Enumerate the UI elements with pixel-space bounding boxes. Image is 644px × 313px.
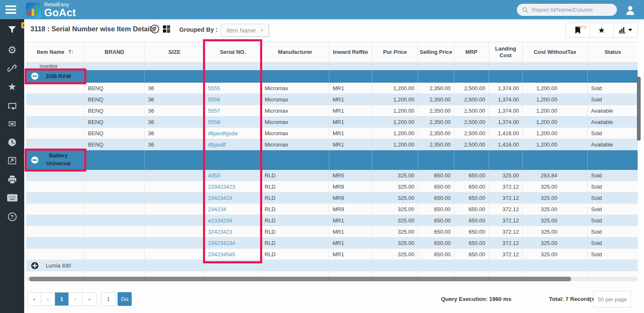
help-icon[interactable]: ?: [0, 212, 24, 221]
favorites-star-icon[interactable]: ★: [0, 82, 24, 92]
cell-pur: 1,200.00: [372, 83, 418, 94]
serial-number-link[interactable]: 234234234: [208, 240, 235, 246]
horizontal-scrollbar[interactable]: [29, 277, 571, 281]
vertical-scrollbar[interactable]: [637, 77, 641, 141]
column-header-status[interactable]: Status: [588, 42, 638, 63]
go-button[interactable]: Go: [118, 292, 132, 306]
link-icon[interactable]: [0, 64, 24, 73]
table-row: 23423423RLDMR9325.00650.00650.00372.1232…: [26, 192, 638, 204]
cell-brand: [85, 215, 145, 226]
serial-number-link[interactable]: dfgasdf: [208, 141, 226, 148]
horizontal-scrollbar-track: [26, 277, 638, 281]
page-prev-button[interactable]: ‹: [41, 293, 55, 305]
cell-landing: 372.12: [489, 215, 523, 226]
new-badge: New: [578, 24, 587, 29]
cell-inward: MR1: [329, 215, 372, 226]
group-header-row[interactable]: Battery Universal: [26, 150, 638, 170]
column-header-landing-cost[interactable]: Landing Cost: [489, 42, 523, 63]
column-header-inward-refno[interactable]: Inward RefNo: [329, 42, 372, 63]
report-search-box[interactable]: [517, 4, 617, 16]
search-input[interactable]: [532, 7, 612, 13]
cell-pur: 325.00: [372, 237, 418, 249]
page-last-button[interactable]: »: [83, 293, 96, 305]
export-window-icon[interactable]: [0, 156, 24, 165]
column-header-item-name[interactable]: Item NameT↕: [26, 42, 85, 63]
cell-size: 36: [145, 128, 205, 139]
group-header-row[interactable]: Lumia 830: [26, 260, 638, 271]
cell-pur: 1,200.00: [372, 105, 418, 116]
page-number-button[interactable]: 1: [55, 293, 69, 305]
cell-manufacturer: Micromax: [261, 83, 329, 94]
settings-gear-icon[interactable]: ⚙: [0, 45, 24, 55]
cell-size: [145, 226, 205, 237]
group-label: 2GB RAM: [38, 73, 84, 79]
serial-number-link[interactable]: 5556: [208, 96, 220, 103]
share-report-icon[interactable]: [0, 101, 24, 111]
cell-selling: 650.00: [418, 181, 454, 192]
expand-plus-icon[interactable]: [31, 262, 38, 269]
cell-serial: 5557: [205, 105, 261, 116]
chip-close-icon[interactable]: ×: [260, 27, 263, 33]
cell-inward: MR1: [329, 94, 372, 105]
cell-inward: MR1: [329, 249, 372, 260]
collapse-minus-icon[interactable]: [31, 73, 38, 80]
cell-size: [145, 192, 205, 204]
mail-icon[interactable]: ✉: [0, 119, 24, 129]
serial-number-link[interactable]: 23423423: [208, 195, 232, 201]
group-header-row[interactable]: 2GB RAM: [26, 70, 638, 83]
cell-serial: 5558: [205, 116, 261, 128]
serial-number-link[interactable]: 5558: [208, 119, 220, 125]
sort-icon[interactable]: T↕: [68, 49, 73, 55]
keyboard-icon[interactable]: [0, 194, 24, 202]
per-page-select[interactable]: 50 per page: [594, 291, 631, 308]
serial-number-link[interactable]: 32423423: [208, 229, 232, 235]
cell-pur: 325.00: [372, 181, 418, 192]
report-grid-icon[interactable]: [163, 25, 170, 33]
column-header-selling-price[interactable]: Selling Price: [418, 42, 454, 63]
hamburger-menu-icon[interactable]: [5, 5, 16, 14]
grouped-by-label: Grouped By :: [179, 26, 218, 33]
cell-brand: BENQ: [85, 139, 145, 150]
cell-mrp: 650.00: [454, 204, 489, 215]
chart-view-dropdown-button[interactable]: [614, 23, 637, 37]
bookmark-button[interactable]: New: [566, 23, 590, 37]
group-row-partial[interactable]: monitor: [26, 63, 638, 70]
table-row: BENQ365555MicromaxMR11,200.002,350.002,5…: [26, 83, 638, 94]
page-first-button[interactable]: «: [28, 293, 41, 305]
collapse-minus-icon[interactable]: [31, 156, 38, 164]
report-help-icon[interactable]: ?: [150, 25, 159, 33]
column-header-size[interactable]: SIZE: [145, 42, 205, 63]
cell-selling: 2,350.00: [418, 94, 454, 105]
cell-brand: BENQ: [85, 105, 145, 116]
column-header-manufacturer[interactable]: Manufacturer: [261, 42, 329, 63]
column-header-brand[interactable]: BRAND: [85, 42, 145, 63]
cell-cost: 325.00: [523, 215, 588, 226]
column-header-mrp[interactable]: MRP: [454, 42, 489, 63]
cell-selling: 2,350.00: [418, 139, 454, 150]
serial-number-link[interactable]: 234234545: [208, 251, 235, 257]
serial-number-link[interactable]: 4353: [208, 172, 220, 179]
cell-inward: MR9: [329, 192, 372, 204]
serial-number-link[interactable]: dfgasdfgsda: [208, 130, 238, 136]
cell-cost: 1,200.00: [523, 116, 588, 128]
page-next-button[interactable]: ›: [69, 293, 83, 305]
user-profile-icon[interactable]: [624, 4, 636, 16]
filter-icon[interactable]: 0: [0, 25, 24, 36]
serial-number-link[interactable]: 5555: [208, 85, 220, 91]
serial-number-link[interactable]: 5557: [208, 108, 220, 114]
column-header-cost-withouttax[interactable]: Cost WithoutTax: [523, 42, 588, 63]
goto-page-input[interactable]: [101, 292, 116, 306]
serial-number-link[interactable]: 234234: [208, 206, 226, 212]
cell-serial: 4353: [205, 170, 261, 181]
print-icon[interactable]: [0, 175, 24, 184]
serial-number-link[interactable]: 233423423: [208, 184, 235, 190]
group-chip-item-name[interactable]: Item Name ×: [221, 24, 269, 37]
history-clock-icon[interactable]: [0, 138, 24, 147]
favorite-button[interactable]: ★: [590, 23, 614, 37]
cell-serial: 23423423: [205, 192, 261, 204]
column-header-pur-price[interactable]: Pur Price: [372, 42, 418, 63]
cell-pur: 325.00: [372, 204, 418, 215]
serial-number-link[interactable]: e2334234: [208, 217, 232, 224]
cell-inward: MR5: [329, 170, 372, 181]
column-header-serial-no-[interactable]: Serial NO.: [205, 42, 261, 63]
